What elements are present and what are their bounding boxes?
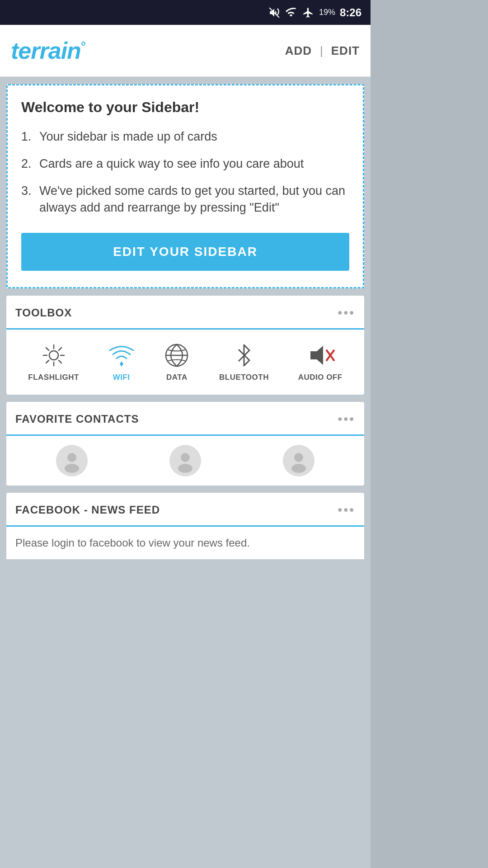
svg-line-6 [46, 348, 49, 350]
contacts-content [6, 436, 364, 486]
favorite-contacts-menu-button[interactable]: ••• [338, 412, 355, 426]
favorite-contacts-card: FAVORITE CONTACTS ••• [6, 402, 364, 486]
svg-line-9 [46, 360, 49, 363]
wifi-label: WIFI [113, 373, 130, 382]
welcome-card: Welcome to your Sidebar! 1. Your sidebar… [6, 84, 364, 288]
facebook-newsfeed-header: FACEBOOK - NEWS FEED ••• [6, 493, 364, 527]
toolbox-title: TOOLBOX [15, 307, 72, 319]
tool-data[interactable]: DATA [164, 342, 190, 382]
facebook-login-text: Please login to facebook to view your ne… [6, 527, 364, 559]
svg-point-1 [49, 351, 58, 360]
svg-point-17 [181, 453, 190, 462]
bluetooth-icon [231, 342, 257, 368]
tool-audio-off[interactable]: AUDIO OFF [298, 342, 343, 382]
battery-level: 19% [319, 8, 335, 17]
tool-wifi[interactable]: WIFI [108, 342, 135, 382]
bluetooth-label: BLUETOOTH [219, 373, 269, 382]
svg-marker-12 [310, 346, 323, 365]
welcome-list: 1. Your sidebar is made up of cards 2. C… [21, 128, 349, 217]
favorite-contacts-title: FAVORITE CONTACTS [15, 413, 139, 425]
status-time: 8:26 [340, 6, 361, 19]
tool-flashlight[interactable]: FLASHLIGHT [28, 342, 79, 382]
contact-avatar-2[interactable] [169, 445, 201, 476]
welcome-item-1: 1. Your sidebar is made up of cards [21, 128, 349, 146]
contact-avatar-3[interactable] [283, 445, 314, 476]
svg-point-20 [291, 464, 306, 473]
welcome-item-3: 3. We've picked some cards to get you st… [21, 183, 349, 217]
welcome-item-2: 2. Cards are a quick way to see info you… [21, 156, 349, 173]
wifi-tool-icon [108, 342, 135, 368]
svg-point-16 [65, 464, 79, 473]
data-icon [164, 342, 190, 368]
flashlight-label: FLASHLIGHT [28, 373, 79, 382]
status-bar: 19% 8:26 [0, 0, 371, 25]
svg-point-19 [294, 453, 303, 462]
svg-point-15 [67, 453, 76, 462]
status-icons: 19% 8:26 [268, 6, 361, 19]
svg-line-7 [59, 360, 61, 363]
header-divider: | [320, 44, 323, 58]
facebook-newsfeed-menu-button[interactable]: ••• [338, 503, 355, 517]
toolbox-content: FLASHLIGHT WIFI [6, 330, 364, 395]
contact-avatar-1[interactable] [56, 445, 88, 476]
add-button[interactable]: ADD [285, 44, 312, 58]
tool-bluetooth[interactable]: BLUETOOTH [219, 342, 269, 382]
mute-icon [268, 7, 280, 19]
edit-button[interactable]: EDIT [331, 44, 360, 58]
header-actions: ADD | EDIT [285, 44, 360, 58]
wifi-icon [285, 7, 297, 19]
facebook-newsfeed-card: FACEBOOK - NEWS FEED ••• Please login to… [6, 493, 364, 559]
welcome-title: Welcome to your Sidebar! [21, 99, 349, 116]
airplane-icon [302, 7, 314, 19]
app-logo: terrain° [11, 37, 85, 64]
svg-line-8 [59, 348, 61, 350]
svg-point-18 [178, 464, 192, 473]
favorite-contacts-header: FAVORITE CONTACTS ••• [6, 402, 364, 436]
toolbox-card: TOOLBOX ••• [6, 296, 364, 395]
facebook-newsfeed-title: FACEBOOK - NEWS FEED [15, 504, 160, 516]
toolbox-header: TOOLBOX ••• [6, 296, 364, 330]
flashlight-icon [41, 342, 67, 368]
edit-sidebar-button[interactable]: EDIT YOUR SIDEBAR [21, 233, 349, 271]
audio-off-label: AUDIO OFF [298, 373, 343, 382]
audio-off-icon [307, 342, 333, 368]
main-content: Welcome to your Sidebar! 1. Your sidebar… [0, 77, 371, 868]
toolbox-menu-button[interactable]: ••• [338, 306, 355, 320]
data-label: DATA [166, 373, 188, 382]
header: terrain° ADD | EDIT [0, 25, 371, 77]
